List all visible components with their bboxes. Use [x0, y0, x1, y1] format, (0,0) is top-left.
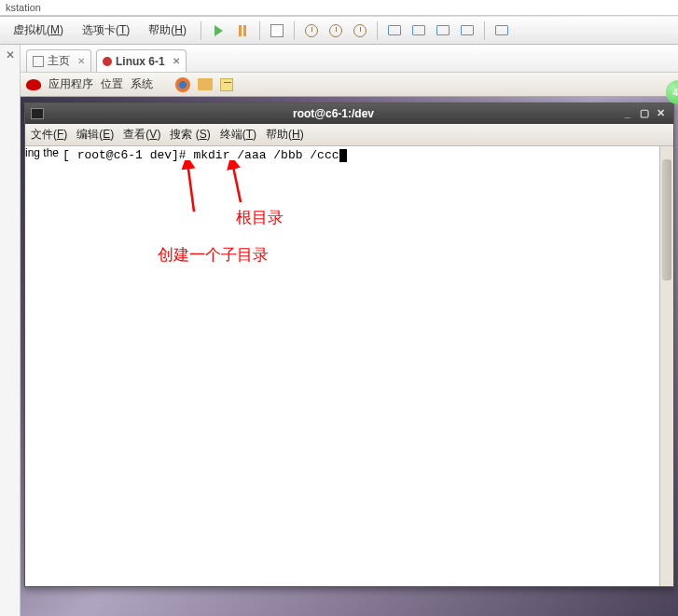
menu-vm[interactable]: 虚拟机(M)	[6, 20, 71, 41]
fullscreen-icon	[495, 25, 508, 35]
guest-desktop[interactable]: 应用程序 位置 系统 root@c6-1:/dev _ ▢ ✕ 文件(F)	[21, 73, 678, 616]
terminal-title: root@c6-1:/dev	[49, 107, 617, 120]
maximize-button[interactable]: ▢	[637, 107, 651, 120]
tab-label: Linux 6-1	[116, 55, 165, 68]
separator	[484, 21, 485, 40]
tab-linux[interactable]: Linux 6-1 ✕	[96, 49, 187, 72]
clock-button-1[interactable]	[301, 21, 322, 41]
cursor	[339, 149, 347, 162]
close-button[interactable]: ✕	[654, 107, 668, 120]
vm-tabs-bar: 主页 ✕ Linux 6-1 ✕	[21, 45, 678, 73]
snapshot-icon	[270, 24, 284, 37]
terminal-window: root@c6-1:/dev _ ▢ ✕ 文件(F) 编辑(E) 查看(V) 搜…	[24, 103, 674, 587]
minimize-button[interactable]: _	[620, 107, 634, 120]
menu-tabs[interactable]: 选项卡(T)	[75, 20, 137, 41]
files-launcher[interactable]	[198, 78, 213, 90]
terminal-line: [ root@c6-1 dev]# mkdir /aaa /bbb /ccc	[62, 148, 656, 163]
separator	[294, 21, 295, 40]
arrow-icon	[180, 160, 202, 216]
panel-applications[interactable]: 应用程序	[48, 76, 93, 92]
separator	[377, 21, 378, 40]
vm-status-icon	[103, 57, 112, 66]
svg-line-0	[187, 162, 194, 212]
svg-line-1	[232, 162, 241, 202]
separator	[259, 21, 260, 40]
scrollbar[interactable]	[659, 146, 673, 586]
home-icon	[33, 56, 44, 67]
close-icon[interactable]: ✕	[173, 56, 180, 66]
panel-places[interactable]: 位置	[101, 76, 123, 92]
annotation-create-sub: 创建一个子目录	[158, 244, 269, 266]
term-menu-view[interactable]: 查看(V)	[123, 127, 160, 143]
pause-icon	[239, 25, 246, 36]
term-menu-file[interactable]: 文件(F)	[31, 127, 67, 143]
snapshot-button[interactable]	[267, 21, 287, 41]
play-button[interactable]	[208, 21, 228, 41]
monitor-icon	[461, 25, 474, 35]
notes-launcher[interactable]	[220, 78, 233, 91]
notification-badge[interactable]: 49	[666, 80, 678, 104]
note-icon	[220, 78, 233, 91]
view-button-1[interactable]	[384, 21, 405, 41]
separator	[201, 21, 201, 40]
monitor-icon	[436, 25, 450, 35]
close-icon[interactable]: ✕	[77, 56, 85, 66]
terminal-body[interactable]: [ root@c6-1 dev]# mkdir /aaa /bbb /ccc 根…	[59, 146, 659, 586]
badge-count: 49	[672, 88, 678, 98]
annotation-root-dir: 根目录	[236, 207, 284, 228]
term-menu-edit[interactable]: 编辑(E)	[76, 127, 114, 143]
close-icon[interactable]: ✕	[6, 48, 15, 62]
terminal-icon	[31, 108, 44, 119]
view-button-4[interactable]	[457, 21, 477, 41]
folder-icon	[198, 78, 213, 90]
clock-button-3[interactable]	[350, 21, 370, 41]
arrow-icon	[227, 160, 249, 207]
menu-help[interactable]: 帮助(H)	[141, 20, 194, 41]
fullscreen-button[interactable]	[491, 21, 512, 41]
term-menu-terminal[interactable]: 终端(T)	[220, 127, 256, 143]
host-window-title: kstation	[0, 0, 678, 16]
monitor-icon	[388, 25, 401, 35]
tab-home[interactable]: 主页 ✕	[26, 49, 91, 72]
firefox-icon	[175, 77, 190, 92]
clock-icon	[329, 24, 342, 37]
tab-label: 主页	[48, 53, 70, 69]
view-button-3[interactable]	[433, 21, 453, 41]
monitor-icon	[412, 25, 425, 35]
redhat-icon	[26, 79, 41, 90]
vmware-toolbar: 虚拟机(M) 选项卡(T) 帮助(H)	[0, 17, 678, 45]
badge-circle: 49	[666, 80, 678, 104]
clock-icon	[353, 24, 367, 37]
play-icon	[214, 25, 223, 36]
gnome-panel: 应用程序 位置 系统	[21, 73, 678, 97]
view-button-2[interactable]	[408, 21, 429, 41]
firefox-launcher[interactable]	[175, 77, 190, 92]
pause-button[interactable]	[232, 21, 253, 41]
term-menu-help[interactable]: 帮助(H)	[266, 127, 304, 143]
panel-system[interactable]: 系统	[131, 76, 153, 92]
clock-button-2[interactable]	[325, 21, 346, 41]
scroll-thumb[interactable]	[662, 159, 671, 281]
side-panel-close: ✕	[0, 45, 21, 616]
terminal-menubar: 文件(F) 编辑(E) 查看(V) 搜索 (S) 终端(T) 帮助(H)	[25, 124, 673, 146]
clock-icon	[305, 24, 318, 37]
term-menu-search[interactable]: 搜索 (S)	[170, 127, 210, 143]
terminal-titlebar[interactable]: root@c6-1:/dev _ ▢ ✕	[25, 103, 673, 124]
